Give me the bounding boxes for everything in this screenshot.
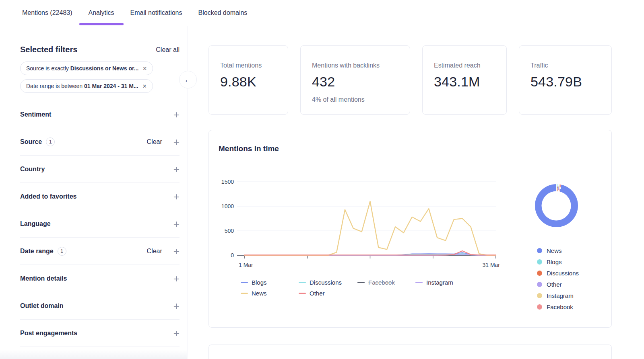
filter-label: Outlet domain [20, 302, 64, 310]
legend-label: Instagram [547, 292, 574, 299]
remove-filter-icon[interactable]: ✕ [142, 83, 147, 89]
tab-label: Blocked domains [198, 9, 248, 16]
donut-legend-item-instagram[interactable]: Instagram [537, 292, 611, 299]
tab-label: Analytics [89, 9, 114, 16]
tab-bar: Mentions (22483)AnalyticsEmail notificat… [0, 0, 644, 26]
legend-item-blogs[interactable]: Blogs [241, 279, 299, 286]
x-label-start: 1 Mar [239, 262, 253, 268]
donut-hole [542, 191, 571, 220]
series-line-news [244, 201, 496, 255]
filter-chip-text: Date range is between 01 Mar 2024 - 31 M… [26, 83, 138, 89]
selected-filters-title: Selected filters [20, 45, 77, 54]
legend-dot-icon [537, 259, 542, 265]
filter-clear-link[interactable]: Clear [147, 248, 162, 255]
stat-value: 9.88K [220, 74, 277, 90]
filter-count-badge: 1 [46, 137, 55, 146]
filter-label: Added to favorites [20, 193, 76, 200]
expand-filter-icon[interactable]: + [173, 275, 180, 283]
tab-email-notifications[interactable]: Email notifications [130, 0, 182, 26]
stat-label: Traffic [530, 62, 600, 69]
donut-legend-item-news[interactable]: News [537, 247, 611, 254]
expand-filter-icon[interactable]: + [173, 302, 180, 310]
expand-filter-icon[interactable]: + [173, 138, 180, 146]
donut-legend: NewsBlogsDiscussionsOtherInstagramFacebo… [537, 247, 611, 310]
line-chart-pane: 1500100050001 Mar31 Mar BlogsDiscussions… [209, 167, 501, 327]
legend-label: Discussions [547, 270, 579, 277]
filter-chip[interactable]: Source is exactly Discussions or News or… [20, 62, 153, 75]
stat-value: 343.1M [434, 74, 495, 90]
clear-all-link[interactable]: Clear all [156, 46, 180, 53]
donut-legend-item-discussions[interactable]: Discussions [537, 270, 611, 277]
legend-item-facebook[interactable]: Facebook [357, 279, 415, 286]
legend-item-discussions[interactable]: Discussions [299, 279, 357, 286]
remove-filter-icon[interactable]: ✕ [142, 66, 147, 72]
filter-row-actions: + [173, 111, 180, 119]
stat-card-estimated-reach: Estimated reach343.1M [422, 45, 507, 115]
filter-label: Sentiment [20, 111, 51, 118]
filter-row-added-to-favorites: Added to favorites+ [20, 183, 180, 210]
stat-value: 432 [312, 74, 398, 90]
filter-chip[interactable]: Date range is between 01 Mar 2024 - 31 M… [20, 79, 153, 93]
expand-filter-icon[interactable]: + [173, 247, 180, 255]
filter-clear-link[interactable]: Clear [147, 138, 162, 146]
x-label-end: 31 Mar [482, 262, 500, 268]
stat-label: Total mentions [220, 62, 277, 69]
expand-filter-icon[interactable]: + [173, 111, 180, 119]
filter-row-mention-details: Mention details+ [20, 265, 180, 292]
legend-dot-icon [537, 304, 542, 310]
mentions-line-chart: 1500100050001 Mar31 Mar [215, 176, 500, 277]
expand-filter-icon[interactable]: + [173, 329, 180, 337]
stat-value: 543.79B [530, 74, 600, 90]
tab-analytics[interactable]: Analytics [89, 0, 114, 26]
filter-row-actions: Clear+ [147, 138, 180, 146]
filter-row-actions: + [173, 220, 180, 228]
tab-mentions-22483[interactable]: Mentions (22483) [22, 0, 72, 26]
legend-dot-icon [537, 282, 542, 287]
filter-row-actions: + [173, 329, 180, 337]
expand-filter-icon[interactable]: + [173, 165, 180, 173]
filter-row-actions: + [173, 302, 180, 310]
donut-pane: NewsBlogsDiscussionsOtherInstagramFacebo… [501, 167, 611, 327]
tab-label: Mentions (22483) [22, 9, 72, 16]
legend-item-other[interactable]: Other [299, 290, 357, 297]
stat-card-traffic: Traffic543.79B [519, 45, 612, 115]
filter-row-sentiment: Sentiment+ [20, 101, 180, 128]
legend-dot-icon [537, 248, 542, 253]
legend-label: Instagram [426, 279, 453, 286]
collapse-sidebar-button[interactable]: ← [179, 71, 197, 88]
filter-label: Date range1 [20, 247, 66, 256]
legend-dot-icon [537, 271, 542, 276]
legend-dash-icon [299, 293, 306, 294]
legend-label: Discussions [310, 279, 342, 286]
y-tick-label: 1000 [221, 203, 234, 209]
tab-blocked-domains[interactable]: Blocked domains [198, 0, 248, 26]
y-tick-label: 0 [231, 252, 234, 258]
filter-row-source: Source1Clear+ [20, 128, 180, 156]
filter-row-date-range: Date range1Clear+ [20, 238, 180, 265]
filter-row-actions: + [173, 165, 180, 173]
filter-row-actions: + [173, 275, 180, 283]
stat-label: Estimated reach [434, 62, 495, 69]
expand-filter-icon[interactable]: + [173, 193, 180, 201]
y-tick-label: 500 [225, 228, 234, 234]
stat-card-mentions-with-backlinks: Mentions with backlinks4324% of all ment… [300, 45, 410, 115]
donut-legend-item-blogs[interactable]: Blogs [537, 258, 611, 265]
legend-label: Facebook [368, 279, 395, 286]
expand-filter-icon[interactable]: + [173, 220, 180, 228]
line-chart-legend: BlogsDiscussionsFacebookInstagramNewsOth… [241, 279, 501, 297]
stat-label: Mentions with backlinks [312, 62, 398, 69]
analytics-main: Total mentions9.88KMentions with backlin… [188, 26, 644, 359]
filter-label: Source1 [20, 137, 55, 146]
filter-row-post-engagements: Post engagements+ [20, 320, 180, 347]
legend-label: Other [547, 281, 562, 288]
legend-dash-icon [241, 293, 248, 294]
donut-legend-item-facebook[interactable]: Facebook [537, 304, 611, 310]
legend-item-instagram[interactable]: Instagram [415, 279, 501, 286]
legend-item-news[interactable]: News [241, 290, 299, 297]
stats-row: Total mentions9.88KMentions with backlin… [208, 45, 612, 115]
donut-legend-item-other[interactable]: Other [537, 281, 611, 288]
filter-chip-list: Source is exactly Discussions or News or… [20, 62, 180, 93]
legend-label: News [547, 247, 562, 254]
legend-label: Other [310, 290, 325, 297]
mentions-in-time-title: Mentions in time [219, 144, 279, 153]
